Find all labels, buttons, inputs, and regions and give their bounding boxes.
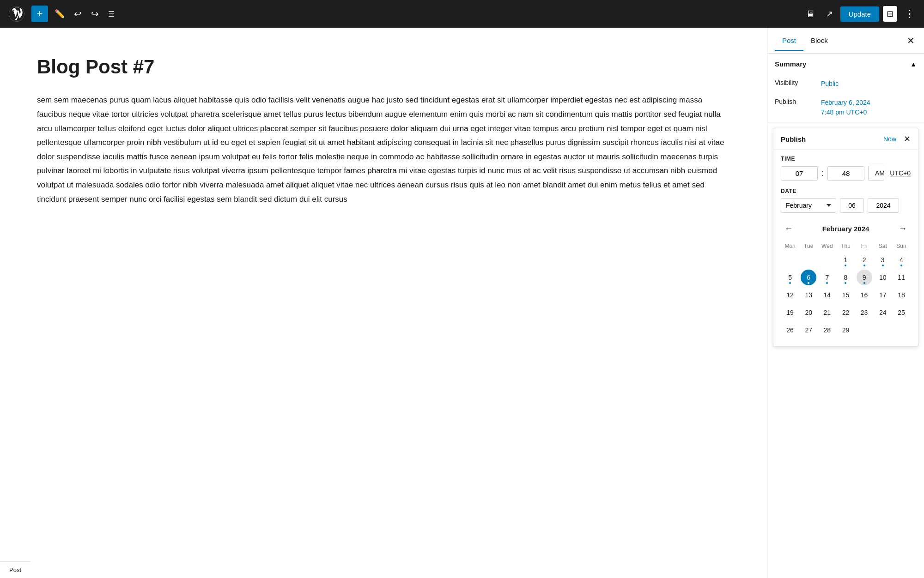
calendar-day[interactable]: 27 <box>801 322 816 338</box>
sidebar-close-button[interactable]: ✕ <box>905 33 917 48</box>
publish-popup-title: Publish <box>781 135 806 143</box>
view-site-button[interactable]: ↗ <box>822 5 837 23</box>
calendar-day[interactable]: 24 <box>875 305 891 320</box>
calendar-week-row: 567891011 <box>781 269 911 286</box>
calendar-day[interactable]: 13 <box>801 287 816 303</box>
calendar-day[interactable]: 5 <box>782 270 798 285</box>
day-input[interactable] <box>840 198 864 213</box>
list-view-button[interactable]: ☰ <box>105 7 117 21</box>
edit-mode-button[interactable]: ✏️ <box>52 6 67 22</box>
calendar-day[interactable]: 1 <box>838 252 853 268</box>
toolbar: + ✏️ ↩ ↪ ☰ 🖥 ↗ Update ⊟ ⋮ <box>0 0 924 28</box>
calendar-day[interactable]: 25 <box>894 305 909 320</box>
calendar-header-row: Mon Tue Wed Thu Fri Sat Sun <box>781 241 911 251</box>
col-fri: Fri <box>855 241 874 251</box>
calendar-day-dot <box>789 282 791 284</box>
calendar-day-cell: 11 <box>892 269 911 286</box>
calendar-day[interactable]: 21 <box>819 305 835 320</box>
calendar-month-year: February 2024 <box>822 225 869 233</box>
calendar-day-cell: 8 <box>836 269 855 286</box>
chevron-up-icon: ▲ <box>910 60 917 68</box>
calendar-day[interactable]: 10 <box>875 270 891 285</box>
calendar-prev-button[interactable]: ← <box>781 222 796 235</box>
calendar-week-row: 1234 <box>781 251 911 269</box>
post-body[interactable]: sem sem maecenas purus quam lacus alique… <box>37 93 730 206</box>
calendar-day-cell: 17 <box>874 286 892 304</box>
undo-button[interactable]: ↩ <box>71 6 85 22</box>
calendar-day[interactable]: 7 <box>819 270 835 285</box>
calendar-day-cell: 19 <box>781 304 799 321</box>
calendar-day-cell: 5 <box>781 269 799 286</box>
month-select[interactable]: January February March April May June Ju… <box>781 198 836 213</box>
calendar-day[interactable]: 9 <box>857 270 872 285</box>
calendar-day[interactable]: 18 <box>894 287 909 303</box>
calendar-day[interactable]: 3 <box>875 252 891 268</box>
calendar-next-button[interactable]: → <box>895 222 911 235</box>
calendar-day[interactable]: 29 <box>838 322 853 338</box>
calendar-day[interactable]: 16 <box>857 287 872 303</box>
calendar-day-cell: 25 <box>892 304 911 321</box>
calendar-day[interactable]: 23 <box>857 305 872 320</box>
publish-popup-close-button[interactable]: ✕ <box>904 134 911 144</box>
calendar-day-dot <box>863 265 865 266</box>
calendar-day-dot <box>808 282 809 284</box>
calendar-grid: Mon Tue Wed Thu Fri Sat Sun 123456789101… <box>781 241 911 339</box>
visibility-label: Visibility <box>775 79 821 86</box>
col-sat: Sat <box>874 241 892 251</box>
utc-label[interactable]: UTC+0 <box>890 169 911 177</box>
calendar-day[interactable]: 28 <box>819 322 835 338</box>
calendar-day[interactable]: 4 <box>894 252 909 268</box>
time-separator: : <box>821 169 824 178</box>
redo-button[interactable]: ↪ <box>88 6 102 22</box>
calendar-day[interactable]: 8 <box>838 270 853 285</box>
summary-section-header[interactable]: Summary ▲ <box>767 54 924 74</box>
am-button[interactable]: AM <box>869 166 884 180</box>
minutes-input[interactable] <box>827 166 864 181</box>
calendar-day-dot <box>845 265 846 266</box>
calendar-day-dot <box>826 282 828 284</box>
calendar-day[interactable]: 11 <box>894 270 909 285</box>
calendar-day[interactable]: 20 <box>801 305 816 320</box>
settings-panel-button[interactable]: ⊟ <box>883 6 897 22</box>
editor-area[interactable]: Blog Post #7 sem sem maecenas purus quam… <box>0 28 767 578</box>
more-options-button[interactable]: ⋮ <box>901 4 918 24</box>
calendar-day-cell: 15 <box>836 286 855 304</box>
calendar-day-dot <box>863 282 865 284</box>
calendar-day[interactable]: 19 <box>782 305 798 320</box>
calendar-day-cell: 2 <box>855 251 874 269</box>
calendar-day[interactable]: 2 <box>857 252 872 268</box>
col-thu: Thu <box>836 241 855 251</box>
summary-title: Summary <box>775 60 806 68</box>
calendar-day[interactable]: 15 <box>838 287 853 303</box>
calendar-day-cell: 21 <box>818 304 836 321</box>
calendar-day-cell: 24 <box>874 304 892 321</box>
calendar-week-row: 26272829 <box>781 321 911 339</box>
publish-now-button[interactable]: Now <box>883 135 896 143</box>
publish-header-actions: Now ✕ <box>883 134 911 144</box>
calendar-day-cell: 4 <box>892 251 911 269</box>
toolbar-right: 🖥 ↗ Update ⊟ ⋮ <box>802 4 918 24</box>
calendar-week-row: 12131415161718 <box>781 286 911 304</box>
visibility-row: Visibility Public <box>767 74 924 93</box>
preview-devices-button[interactable]: 🖥 <box>802 5 819 23</box>
calendar-day-cell: 13 <box>799 286 818 304</box>
calendar-day[interactable]: 22 <box>838 305 853 320</box>
calendar-day[interactable]: 17 <box>875 287 891 303</box>
main-layout: Blog Post #7 sem sem maecenas purus quam… <box>0 28 924 578</box>
publish-value[interactable]: February 6, 2024 7:48 pm UTC+0 <box>821 98 870 117</box>
tab-block[interactable]: Block <box>803 31 835 51</box>
calendar-day-dot <box>845 282 846 284</box>
calendar-day[interactable]: 12 <box>782 287 798 303</box>
visibility-value[interactable]: Public <box>821 79 839 89</box>
year-input[interactable] <box>868 198 899 213</box>
calendar-day[interactable]: 14 <box>819 287 835 303</box>
update-button[interactable]: Update <box>840 6 879 22</box>
calendar-day-cell: 23 <box>855 304 874 321</box>
calendar-day-dot <box>900 265 902 266</box>
hours-input[interactable] <box>781 166 818 181</box>
tab-post[interactable]: Post <box>775 31 803 51</box>
add-block-button[interactable]: + <box>31 6 48 22</box>
calendar-day[interactable]: 26 <box>782 322 798 338</box>
calendar-day-cell: 3 <box>874 251 892 269</box>
calendar-day[interactable]: 6 <box>801 270 816 285</box>
